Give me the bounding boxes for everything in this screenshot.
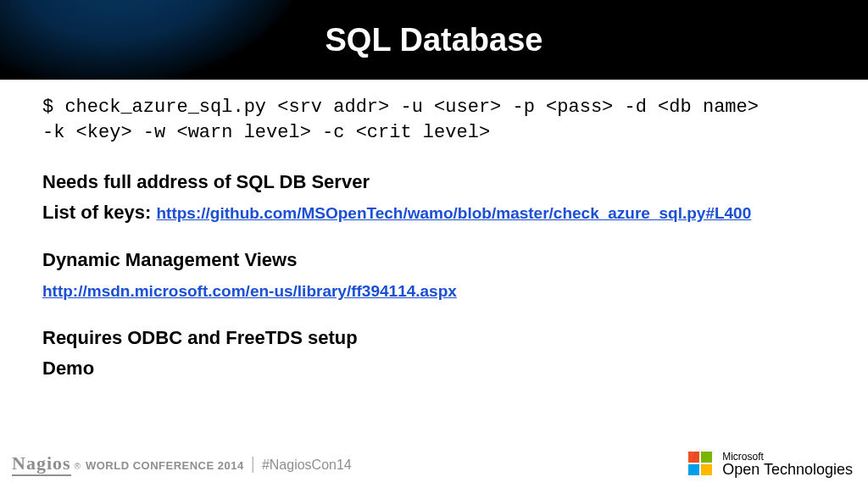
slide: SQL Database $ check_azure_sql.py <srv a… <box>0 0 868 488</box>
microsoft-logo-icon <box>688 452 714 477</box>
needs-block: Needs full address of SQL DB Server List… <box>42 169 826 226</box>
keys-line: List of keys: https://github.com/MSOpenT… <box>42 199 826 226</box>
dmv-link[interactable]: http://msdn.microsoft.com/en-us/library/… <box>42 282 457 300</box>
footer: Nagios ® WORLD CONFERENCE 2014 | #Nagios… <box>0 446 868 488</box>
hashtag: #NagiosCon14 <box>262 458 352 473</box>
demo-text: Demo <box>42 355 826 382</box>
nagios-logo-text: Nagios <box>12 452 71 476</box>
footer-right: Microsoft Open Technologies <box>688 452 853 477</box>
separator: | <box>251 454 255 474</box>
keys-label: List of keys: <box>42 202 151 223</box>
reqs-block: Requires ODBC and FreeTDS setup Demo <box>42 324 826 382</box>
needs-text: Needs full address of SQL DB Server <box>42 169 826 196</box>
dmv-block: Dynamic Management Views http://msdn.mic… <box>42 247 826 304</box>
content: $ check_azure_sql.py <srv addr> -u <user… <box>0 80 868 382</box>
keys-link[interactable]: https://github.com/MSOpenTech/wamo/blob/… <box>157 204 752 222</box>
conference-text: WORLD CONFERENCE 2014 <box>86 459 244 472</box>
slide-title: SQL Database <box>326 22 543 58</box>
ms-bot: Open Technologies <box>722 462 853 477</box>
dmv-title: Dynamic Management Views <box>42 247 826 274</box>
header-decoration <box>0 0 319 80</box>
command-line: $ check_azure_sql.py <srv addr> -u <user… <box>42 95 826 145</box>
header: SQL Database <box>0 0 868 80</box>
footer-left: Nagios ® WORLD CONFERENCE 2014 | #Nagios… <box>12 452 352 476</box>
registered-mark: ® <box>75 462 81 471</box>
microsoft-text: Microsoft Open Technologies <box>722 452 853 477</box>
odbc-text: Requires ODBC and FreeTDS setup <box>42 324 826 352</box>
dmv-link-line: http://msdn.microsoft.com/en-us/library/… <box>42 277 826 304</box>
